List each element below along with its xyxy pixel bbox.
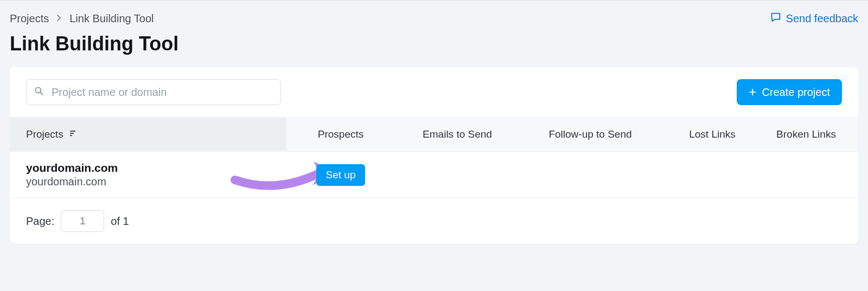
table-row: yourdomain.com yourdomain.com Set up xyxy=(10,152,858,198)
page-title: Link Building Tool xyxy=(10,33,858,55)
projects-card: + Create project Projects Prospects Emai… xyxy=(10,67,858,244)
send-feedback-link[interactable]: Send feedback xyxy=(770,11,858,26)
column-projects[interactable]: Projects xyxy=(10,118,286,151)
create-project-label: Create project xyxy=(762,86,830,99)
chevron-right-icon xyxy=(56,14,62,24)
speech-bubble-icon xyxy=(770,11,782,26)
svg-point-0 xyxy=(35,87,41,93)
breadcrumb-root[interactable]: Projects xyxy=(10,12,49,25)
breadcrumb: Projects Link Building Tool xyxy=(10,12,154,25)
project-name[interactable]: yourdomain.com xyxy=(26,161,118,174)
search-icon xyxy=(34,86,44,99)
setup-button[interactable]: Set up xyxy=(316,164,366,186)
column-projects-label: Projects xyxy=(26,128,63,140)
plus-icon: + xyxy=(749,86,756,99)
column-emails[interactable]: Emails to Send xyxy=(395,118,520,151)
create-project-button[interactable]: + Create project xyxy=(737,79,842,105)
column-prospects[interactable]: Prospects xyxy=(286,118,395,151)
send-feedback-label: Send feedback xyxy=(786,12,858,25)
column-followup[interactable]: Follow-up to Send xyxy=(520,118,661,151)
search-input[interactable] xyxy=(26,79,281,105)
breadcrumb-current: Link Building Tool xyxy=(69,12,154,25)
table-header: Projects Prospects Emails to Send Follow… xyxy=(10,117,858,152)
page-number-input[interactable] xyxy=(61,210,104,232)
sort-icon xyxy=(69,128,78,140)
svg-line-1 xyxy=(41,93,43,95)
column-broken[interactable]: Broken Links xyxy=(764,118,858,151)
pagination: Page: of 1 xyxy=(10,198,858,244)
page-label: Page: xyxy=(26,215,54,228)
column-lost[interactable]: Lost Links xyxy=(661,118,764,151)
page-total: of 1 xyxy=(111,215,129,228)
project-subtitle: yourdomain.com xyxy=(26,176,106,188)
